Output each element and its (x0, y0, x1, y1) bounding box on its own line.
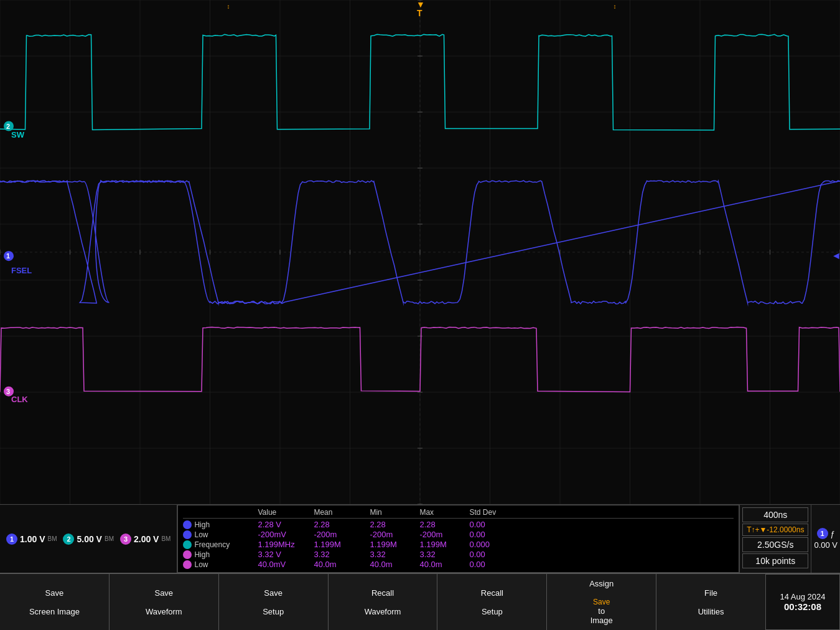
save-screen-button[interactable]: SaveScreen Image (0, 574, 110, 630)
meas-rows: High 2.28 V 2.28 2.28 2.28 0.00 Low -200… (183, 520, 734, 569)
button-bar: SaveScreen ImageSaveWaveformSaveSetupRec… (0, 573, 840, 630)
sample-points: 10k points (742, 553, 808, 568)
meas-col-value: Value (258, 508, 314, 517)
ch1-trigger-indicator: 1 ƒ (817, 528, 835, 539)
sample-rate: 2.50GS/s (742, 537, 808, 552)
datetime-box: 14 Aug 2024 00:32:08 (765, 574, 840, 630)
meas-row-3: High 3.32 V 3.32 3.32 3.32 0.00 (183, 550, 734, 559)
meas-col-max: Max (419, 508, 469, 517)
ch2-dot: 2 (63, 534, 74, 545)
ch3-indicator: 3 2.00 V BM (120, 534, 170, 545)
meas-row-1: Low -200mV -200m -200m -200m 0.00 (183, 530, 734, 539)
trigger-offset: T↑+▼-12.0000ns (742, 524, 808, 536)
ch2-voltage: 5.00 V (77, 534, 101, 544)
scope-display (0, 0, 840, 504)
save-setup-button[interactable]: SaveSetup (219, 574, 329, 630)
save-waveform-button[interactable]: SaveWaveform (110, 574, 219, 630)
assign-bowl-button[interactable]: AssignSave toImage (547, 574, 656, 630)
ch3-voltage: 2.00 V (134, 534, 159, 544)
ch1-voltage: 1.00 V (20, 534, 45, 544)
waveform-canvas (0, 0, 840, 504)
ch2-bw: BM (105, 535, 114, 542)
time-display: 00:32:08 (784, 601, 821, 612)
ch1-indicator: 1 1.00 V BM (6, 534, 57, 545)
measurement-table: Value Mean Min Max Std Dev High 2.28 V 2… (177, 505, 739, 573)
timebase-display: 400ns (742, 507, 808, 522)
meas-row-4: Low 40.0mV 40.0m 40.0m 40.0m 0.00 (183, 560, 734, 569)
recall-waveform-button[interactable]: RecallWaveform (329, 574, 438, 630)
ch1-bw: BM (47, 535, 57, 542)
ch1-trigger-dot: 1 (817, 528, 828, 539)
channel-voltages: 1 1.00 V BM 2 5.00 V BM 3 2.00 V BM (0, 505, 177, 573)
meas-col-min: Min (370, 508, 419, 517)
ch2-indicator: 2 5.00 V BM (63, 534, 113, 545)
meas-col-stddev: Std Dev (469, 508, 519, 517)
measurement-section: 1 1.00 V BM 2 5.00 V BM 3 2.00 V BM Valu… (0, 504, 840, 573)
ch1-trigger-panel: 1 ƒ 0.00 V (811, 505, 840, 573)
bottom-section: 1 1.00 V BM 2 5.00 V BM 3 2.00 V BM Valu… (0, 504, 840, 630)
ch1-dot: 1 (6, 534, 17, 545)
meas-header: Value Mean Min Max Std Dev (183, 508, 734, 519)
file-utilities-button[interactable]: FileUtilities (656, 574, 765, 630)
date-display: 14 Aug 2024 (780, 592, 825, 601)
ch3-dot: 3 (120, 534, 131, 545)
ch3-bw: BM (161, 535, 170, 542)
button-row: SaveScreen ImageSaveWaveformSaveSetupRec… (0, 574, 765, 630)
meas-row-0: High 2.28 V 2.28 2.28 2.28 0.00 (183, 520, 734, 529)
timing-panel: 400ns T↑+▼-12.0000ns 2.50GS/s 10k points (739, 505, 811, 573)
meas-col-label (183, 508, 258, 517)
meas-col-mean: Mean (314, 508, 370, 517)
ch1-trigger-symbol: ƒ (831, 529, 835, 538)
recall-setup-button[interactable]: RecallSetup (437, 574, 547, 630)
ch1-trigger-voltage: 0.00 V (814, 540, 838, 550)
meas-row-2: Frequency 1.199MHz 1.199M 1.199M 1.199M … (183, 540, 734, 549)
